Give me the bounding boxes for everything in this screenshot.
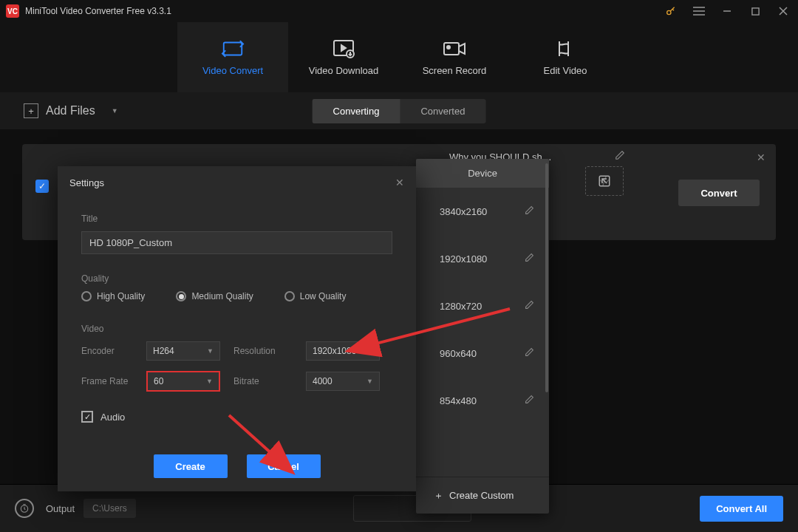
title-label: Title xyxy=(81,214,392,224)
scrollbar-thumb[interactable] xyxy=(545,163,548,392)
resolution-value: 1920x1080 xyxy=(313,346,356,356)
record-icon xyxy=(443,38,466,59)
edit-icon xyxy=(553,38,577,59)
maximize-button[interactable] xyxy=(746,2,764,20)
download-icon xyxy=(332,38,355,59)
resolution-list: 3840x2160 1920x1080 1280x720 960x640 854… xyxy=(416,188,549,477)
radio-label: Low Quality xyxy=(300,291,347,301)
profile-title-input[interactable] xyxy=(81,231,392,254)
resolution-option[interactable]: 1280x720 xyxy=(416,282,549,330)
menu-icon[interactable] xyxy=(690,2,708,20)
create-button[interactable]: Create xyxy=(154,454,228,478)
tab-video-convert[interactable]: Video Convert xyxy=(177,22,288,92)
edit-icon[interactable] xyxy=(525,253,534,265)
quality-label: Quality xyxy=(81,273,392,284)
tab-label: Video Download xyxy=(309,65,378,76)
toolbar: + Add Files ▼ Converting Converted xyxy=(0,92,798,129)
res-tab-device[interactable]: Device xyxy=(416,159,549,188)
radio-label: High Quality xyxy=(97,291,145,301)
title-bar: VC MiniTool Video Converter Free v3.3.1 xyxy=(0,0,798,22)
main-tabs: Video Convert Video Download Screen Reco… xyxy=(0,22,798,92)
audio-label: Audio xyxy=(100,412,125,423)
resolution-value: 1920x1080 xyxy=(440,253,487,265)
schedule-icon[interactable] xyxy=(15,499,34,518)
plus-icon: + xyxy=(24,103,38,118)
resolution-option[interactable]: 854x480 xyxy=(416,377,549,424)
convert-all-button[interactable]: Convert All xyxy=(700,496,783,522)
edit-file-icon[interactable] xyxy=(615,150,625,163)
resolution-value: 1280x720 xyxy=(440,301,482,312)
resolution-label: Resolution xyxy=(233,346,293,356)
encoder-value: H264 xyxy=(153,346,174,356)
audio-checkbox[interactable]: ✓ xyxy=(81,411,93,423)
chevron-down-icon: ▼ xyxy=(207,347,214,355)
bitrate-select[interactable]: 4000▼ xyxy=(306,372,380,391)
svg-point-0 xyxy=(667,10,671,14)
resolution-option[interactable]: 960x640 xyxy=(416,330,549,377)
chevron-down-icon: ▼ xyxy=(112,107,118,115)
tab-label: Edit Video xyxy=(543,65,587,76)
quality-medium-radio[interactable]: Medium Quality xyxy=(176,291,253,301)
format-target-button[interactable] xyxy=(585,166,624,196)
settings-title: Settings xyxy=(69,177,104,188)
edit-icon[interactable] xyxy=(525,395,534,406)
output-path[interactable]: C:\Users xyxy=(83,499,136,518)
edit-icon[interactable] xyxy=(525,347,534,359)
tab-video-download[interactable]: Video Download xyxy=(288,22,399,92)
svg-rect-1 xyxy=(751,7,758,14)
tab-screen-record[interactable]: Screen Record xyxy=(399,22,510,92)
tab-edit-video[interactable]: Edit Video xyxy=(510,22,621,92)
chevron-down-icon: ▼ xyxy=(206,378,213,385)
add-files-label: Add Files xyxy=(46,104,95,117)
status-segment: Converting Converted xyxy=(313,99,486,123)
radio-icon xyxy=(176,291,186,301)
convert-button[interactable]: Convert xyxy=(678,180,760,206)
quality-low-radio[interactable]: Low Quality xyxy=(284,291,347,301)
bitrate-label: Bitrate xyxy=(233,376,293,386)
radio-label: Medium Quality xyxy=(191,291,253,301)
remove-file-icon[interactable]: ✕ xyxy=(757,151,765,163)
tab-label: Video Convert xyxy=(202,65,263,76)
chevron-down-icon: ▼ xyxy=(366,378,373,385)
framerate-select[interactable]: 60▼ xyxy=(146,371,220,392)
add-files-button[interactable]: + Add Files ▼ xyxy=(15,96,127,126)
encoder-label: Encoder xyxy=(81,346,133,356)
output-label: Output xyxy=(46,503,75,514)
framerate-label: Frame Rate xyxy=(81,376,133,386)
resolution-option[interactable]: 3840x2160 xyxy=(416,188,549,235)
quality-high-radio[interactable]: High Quality xyxy=(81,291,145,301)
key-icon[interactable] xyxy=(662,2,680,20)
seg-converting[interactable]: Converting xyxy=(313,99,400,123)
edit-icon[interactable] xyxy=(525,205,534,217)
resolution-panel: Device 3840x2160 1920x1080 1280x720 960x… xyxy=(416,159,549,514)
app-logo-icon: VC xyxy=(6,4,19,18)
create-custom-label: Create Custom xyxy=(449,490,514,501)
app-title: MiniTool Video Converter Free v3.3.1 xyxy=(25,6,662,16)
tab-label: Screen Record xyxy=(423,65,487,76)
close-button[interactable] xyxy=(774,2,792,20)
plus-icon: ＋ xyxy=(434,489,443,502)
resolution-select[interactable]: 1920x1080▼ xyxy=(306,341,380,361)
close-icon[interactable]: ✕ xyxy=(395,177,404,188)
seg-converted[interactable]: Converted xyxy=(400,99,485,123)
radio-icon xyxy=(81,291,92,301)
framerate-value: 60 xyxy=(154,376,163,386)
video-section-label: Video xyxy=(81,324,392,334)
svg-rect-5 xyxy=(444,43,459,55)
encoder-select[interactable]: H264▼ xyxy=(146,341,220,361)
resolution-value: 3840x2160 xyxy=(440,206,487,217)
create-custom-button[interactable]: ＋ Create Custom xyxy=(416,477,549,514)
svg-rect-2 xyxy=(224,43,242,55)
resolution-value: 960x640 xyxy=(440,348,477,359)
settings-dialog: Settings ✕ Title Quality High Quality Me… xyxy=(58,166,416,491)
bitrate-value: 4000 xyxy=(313,376,332,386)
minimize-button[interactable] xyxy=(718,2,736,20)
convert-icon xyxy=(221,38,245,59)
chevron-down-icon: ▼ xyxy=(366,347,373,355)
select-checkbox[interactable]: ✓ xyxy=(35,180,49,193)
edit-icon[interactable] xyxy=(525,300,534,312)
resolution-option[interactable]: 1920x1080 xyxy=(416,235,549,282)
cancel-button[interactable]: Cancel xyxy=(247,454,321,478)
resolution-value: 854x480 xyxy=(440,395,477,406)
svg-point-6 xyxy=(447,46,450,49)
